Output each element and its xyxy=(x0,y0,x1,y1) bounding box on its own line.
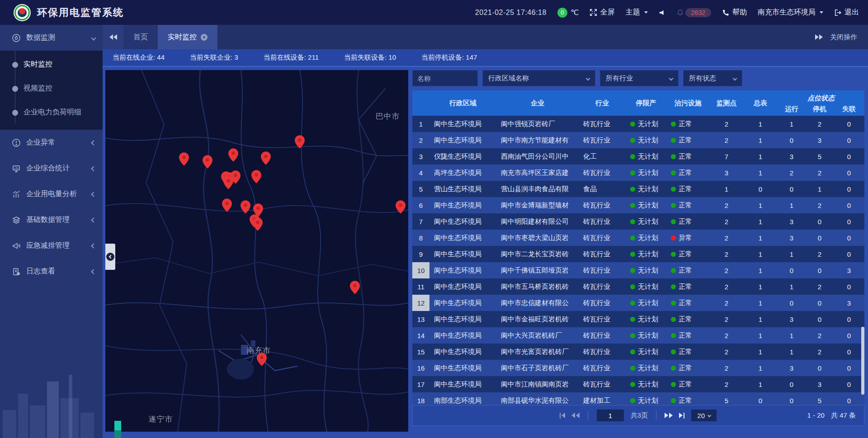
map-pin[interactable] xyxy=(295,135,305,149)
map-collapse-handle[interactable] xyxy=(105,244,115,270)
map-pin[interactable] xyxy=(222,198,232,212)
industry-select[interactable]: 所有行业 xyxy=(600,70,679,86)
cell-production-limit: 无计划 xyxy=(626,344,666,360)
map-pin[interactable] xyxy=(261,151,271,165)
sidebar-item-video-monitoring[interactable]: 视频监控 xyxy=(0,76,103,100)
close-operations-button[interactable]: 关闭操作 xyxy=(830,33,857,42)
stat-item: 当前停机设备: 147 xyxy=(421,53,477,62)
map-panel[interactable]: 巴中市 南充市 遂宁市 xyxy=(105,70,408,432)
table-row[interactable]: 17 阆中生态环境局 阆中市江南镇阆南页岩 砖瓦行业 无计划 正常 xyxy=(412,376,864,392)
page-size-select[interactable]: 20 xyxy=(691,409,717,422)
table-row[interactable]: 6 阆中生态环境局 阆中市金博瑞新型墙材 砖瓦行业 无计划 正常 xyxy=(412,197,864,213)
table-scrollbar[interactable] xyxy=(861,327,864,395)
sidebar-item-power-usage-analysis[interactable]: 企业用电量分析 xyxy=(0,181,103,207)
logo-core xyxy=(18,8,27,17)
map-city-label: 巴中市 xyxy=(375,111,400,122)
cell-monitor-points: 2 xyxy=(710,230,743,246)
cell-disconnected: 0 xyxy=(834,148,864,165)
close-tab-icon[interactable]: × xyxy=(201,34,208,41)
map-pin[interactable] xyxy=(203,155,212,169)
theme-dropdown[interactable]: 主题 xyxy=(626,8,648,17)
map-pin[interactable] xyxy=(350,281,360,294)
cell-disconnected: 3 xyxy=(834,262,864,278)
map-pin[interactable] xyxy=(228,148,238,162)
table-row[interactable]: 16 阆中生态环境局 阆中市石子页岩机砖厂 砖瓦行业 无计划 正常 xyxy=(412,360,864,376)
tabs-scroll-right-button[interactable] xyxy=(815,34,823,40)
table-row[interactable]: 4 高坪生态环境局 南充市高坪区王家店建 砖瓦行业 无计划 正常 xyxy=(412,165,864,181)
map-pin[interactable] xyxy=(257,353,267,366)
status-dot-green xyxy=(630,219,635,224)
col-header-production-limit: 停限产 xyxy=(626,90,666,116)
sidebar-item-power-load-detail[interactable]: 企业电力负荷明细 xyxy=(0,100,103,124)
cell-industry: 砖瓦行业 xyxy=(579,197,626,213)
map-pin[interactable] xyxy=(241,200,250,214)
table-row[interactable]: 1 阆中生态环境局 阆中强锐页岩砖厂 砖瓦行业 无计划 正常 xyxy=(412,116,864,132)
name-search-input[interactable] xyxy=(412,70,478,86)
table-row[interactable]: 3 仪陇生态环境局 西南油气田分公司川中 化工 无计划 正常 xyxy=(412,148,864,165)
pin-icon xyxy=(222,198,232,212)
table-row[interactable]: 5 营山生态环境局 营山县润丰肉食品有限 食品 无计划 正常 xyxy=(412,181,864,197)
cell-pollution-facility: 正常 xyxy=(666,278,710,295)
table-row[interactable]: 2 阆中生态环境局 阆中市南方节能建材有 砖瓦行业 无计划 正常 xyxy=(412,132,864,148)
cell-row-number: 8 xyxy=(412,230,429,246)
status-dot xyxy=(671,317,676,322)
sidebar-item-enterprise-abnormal[interactable]: 企业异常 xyxy=(0,130,103,155)
table-row[interactable]: 8 阆中生态环境局 阆中市枣碧大梁山页岩 砖瓦行业 无计划 异常 xyxy=(412,230,864,246)
logout-button[interactable]: 退出 xyxy=(834,8,859,17)
map-pin[interactable] xyxy=(251,170,261,184)
org-dropdown[interactable]: 南充市生态环境局 xyxy=(758,8,823,17)
status-dot-green xyxy=(630,317,635,322)
cell-running: 0 xyxy=(778,376,806,392)
sidebar-item-basic-data-management[interactable]: 基础数据管理 xyxy=(0,207,103,233)
last-page-button[interactable] xyxy=(679,413,684,419)
chevron-left-icon xyxy=(91,166,96,171)
map-pin[interactable] xyxy=(396,200,406,214)
table-row[interactable]: 11 阆中生态环境局 阆中市五马桥页岩机砖 砖瓦行业 无计划 正常 xyxy=(412,278,864,295)
table-row[interactable]: 10 阆中生态环境局 阆中千佛镇五郎垭页岩 砖瓦行业 无计划 正常 xyxy=(412,262,864,278)
sidebar-item-realtime-monitoring[interactable]: 实时监控 xyxy=(0,52,103,76)
table-row[interactable]: 18 南部生态环境局 南部县砚华水泥有限公 建材加工 无计划 正常 xyxy=(412,392,864,405)
cell-industry: 砖瓦行业 xyxy=(579,246,626,262)
tabs-scroll-left-button[interactable] xyxy=(103,25,123,49)
help-button[interactable]: 帮助 xyxy=(722,8,747,17)
status-dot-green xyxy=(630,382,635,387)
table-row[interactable]: 13 阆中生态环境局 阆中市金福旺页岩机砖 砖瓦行业 无计划 正常 xyxy=(412,311,864,327)
table-row[interactable]: 15 阆中生态环境局 阆中市光富页岩机砖厂 砖瓦行业 无计划 正常 xyxy=(412,344,864,360)
status-select[interactable]: 所有状态 xyxy=(683,70,742,86)
cell-production-limit: 无计划 xyxy=(626,327,666,344)
sidebar-item-enterprise-statistics[interactable]: 企业综合统计 xyxy=(0,155,103,181)
first-page-button[interactable] xyxy=(560,413,565,419)
next-page-button[interactable] xyxy=(665,413,673,418)
table-row[interactable]: 12 阆中生态环境局 阆中市忠信建材有限公 砖瓦行业 无计划 正常 xyxy=(412,295,864,311)
map-pin[interactable] xyxy=(179,152,189,166)
cell-monitor-points: 2 xyxy=(710,197,743,213)
notification-area[interactable]: 2632 xyxy=(677,8,711,17)
map-pin[interactable] xyxy=(253,217,263,231)
mute-button[interactable] xyxy=(659,9,666,16)
tab-home[interactable]: 首页 xyxy=(123,25,158,49)
cell-industry: 砖瓦行业 xyxy=(579,311,626,327)
prev-page-button[interactable] xyxy=(571,413,580,418)
cell-stopped: 2 xyxy=(806,165,834,181)
table-row[interactable]: 14 阆中生态环境局 阆中大兴页岩机砖厂 砖瓦行业 无计划 正常 xyxy=(412,327,864,344)
cell-region: 阆中生态环境局 xyxy=(429,376,496,392)
status-dot xyxy=(671,203,676,208)
cell-row-number: 16 xyxy=(412,360,429,376)
cell-total-meters: 1 xyxy=(743,132,778,148)
cell-stopped: 0 xyxy=(806,295,834,311)
cell-company: 阆中市光富页岩机砖厂 xyxy=(496,344,579,360)
table-row[interactable]: 7 阆中生态环境局 阆中明阳建材有限公司 砖瓦行业 无计划 正常 xyxy=(412,213,864,230)
map-pin[interactable] xyxy=(223,176,233,189)
page-number-input[interactable] xyxy=(596,409,624,422)
region-select[interactable]: 行政区域名称 xyxy=(482,70,595,86)
cell-disconnected: 0 xyxy=(834,181,864,197)
table-row[interactable]: 9 阆中生态环境局 阆中市二龙长宝页岩砖 砖瓦行业 无计划 正常 xyxy=(412,246,864,262)
tab-realtime-monitoring[interactable]: 实时监控 × xyxy=(158,25,217,49)
cell-company: 阆中市石子页岩机砖厂 xyxy=(496,360,579,376)
fullscreen-button[interactable]: 全屏 xyxy=(590,8,615,17)
sidebar-item-data-monitoring[interactable]: 数据监测 xyxy=(0,25,103,51)
sidebar-item-log-view[interactable]: 日志查看 xyxy=(0,259,103,284)
sidebar-item-emergency-reduction[interactable]: 应急减排管理 xyxy=(0,233,103,259)
status-dot xyxy=(671,235,676,240)
cell-monitor-points: 2 xyxy=(710,327,743,344)
